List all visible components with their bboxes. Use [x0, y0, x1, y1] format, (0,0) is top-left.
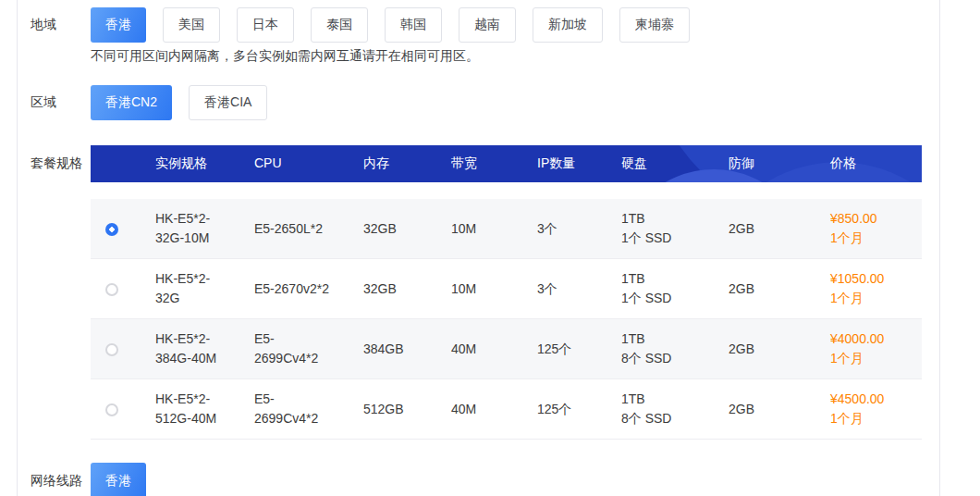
panel-border-right: [939, 0, 940, 496]
network-label: 网络线路: [31, 463, 90, 496]
plan-period: 1个月: [830, 229, 922, 248]
plan-spec-cell: HK-E5*2-32G-10M: [155, 209, 254, 248]
plan-bandwidth-cell: 10M: [451, 279, 537, 299]
plan-disk-cell: 1TB 8个 SSD: [621, 329, 729, 368]
plan-price-cell: ¥4000.00 1个月: [830, 329, 922, 368]
plan-cpu-cell: E5-2699Cv4*2: [254, 390, 363, 428]
header-col-ip: IP数量: [537, 155, 621, 172]
header-col-disk: 硬盘: [621, 155, 729, 172]
region-option-korea[interactable]: 韩国: [385, 7, 442, 43]
plan-defense-cell: 2GB: [729, 279, 830, 299]
header-col-defense: 防御: [729, 155, 830, 172]
plan-ip-cell: 125个: [537, 400, 621, 419]
zone-options: 香港CN2 香港CIA: [91, 85, 267, 120]
region-option-japan[interactable]: 日本: [237, 7, 294, 43]
plan-ip-cell: 3个: [537, 279, 621, 299]
plan-spec-cell: HK-E5*2-32G: [155, 269, 254, 308]
plan-period: 1个月: [830, 349, 922, 368]
plan-memory-cell: 512GB: [363, 400, 451, 419]
plan-radio[interactable]: [105, 223, 118, 236]
plan-defense-cell: 2GB: [729, 400, 830, 419]
plan-row[interactable]: HK-E5*2-32G E5-2670v2*2 32GB 10M 3个 1TB …: [91, 259, 922, 319]
header-col-memory: 内存: [363, 155, 451, 172]
plan-price-cell: ¥850.00 1个月: [830, 209, 922, 248]
header-col-spec: 实例规格: [155, 155, 254, 172]
plan-price: ¥1050.00: [830, 269, 922, 289]
plan-memory-cell: 32GB: [363, 219, 451, 239]
plan-table-body: HK-E5*2-32G-10M E5-2650L*2 32GB 10M 3个 1…: [91, 199, 922, 440]
plan-bandwidth-cell: 40M: [451, 400, 537, 419]
region-options: 香港 美国 日本 泰国 韩国 越南 新加坡 柬埔寨: [91, 7, 690, 43]
plan-spec-cell: HK-E5*2-512G-40M: [155, 390, 254, 428]
plan-radio[interactable]: [105, 403, 118, 416]
plan-memory-cell: 384GB: [363, 340, 451, 359]
plan-cpu-cell: E5-2670v2*2: [254, 279, 363, 299]
region-option-hongkong[interactable]: 香港: [91, 7, 146, 43]
region-option-cambodia[interactable]: 柬埔寨: [619, 7, 690, 43]
plan-price: ¥4500.00: [830, 390, 922, 409]
zone-option-hk-cia[interactable]: 香港CIA: [189, 85, 267, 120]
region-note: 不同可用区间内网隔离，多台实例如需内网互通请开在相同可用区。: [91, 48, 479, 65]
region-option-thailand[interactable]: 泰国: [311, 7, 368, 43]
plan-cpu-cell: E5-2699Cv4*2: [254, 329, 363, 368]
plan-spec-cell: HK-E5*2-384G-40M: [155, 329, 254, 368]
header-radio-spacer: [91, 155, 155, 172]
plan-price-cell: ¥1050.00 1个月: [830, 269, 922, 308]
plan-ip-cell: 125个: [537, 340, 621, 359]
plan-period: 1个月: [830, 289, 922, 308]
plan-defense-cell: 2GB: [729, 340, 830, 359]
plan-radio[interactable]: [105, 283, 118, 296]
header-col-bandwidth: 带宽: [451, 155, 537, 172]
header-col-price: 价格: [830, 155, 922, 172]
header-col-cpu: CPU: [254, 155, 363, 172]
plan-price: ¥4000.00: [830, 329, 922, 349]
panel-border-left: [17, 0, 18, 496]
zone-label: 区域: [31, 85, 90, 120]
plan-disk-cell: 1TB 1个 SSD: [621, 269, 729, 308]
plan-cpu-cell: E5-2650L*2: [254, 219, 363, 239]
plan-bandwidth-cell: 10M: [451, 219, 537, 239]
server-config-panel: 地域 香港 美国 日本 泰国 韩国 越南 新加坡 柬埔寨 不同可用区间内网隔离，…: [0, 0, 980, 496]
network-options: 香港: [91, 463, 146, 496]
zone-option-hk-cn2[interactable]: 香港CN2: [91, 85, 172, 120]
plan-row[interactable]: HK-E5*2-32G-10M E5-2650L*2 32GB 10M 3个 1…: [91, 199, 922, 259]
region-option-vietnam[interactable]: 越南: [459, 7, 516, 43]
plan-table-header: 实例规格 CPU 内存 带宽 IP数量 硬盘 防御 价格: [91, 145, 922, 182]
plan-bandwidth-cell: 40M: [451, 340, 537, 359]
network-option-hongkong[interactable]: 香港: [91, 463, 146, 496]
region-option-usa[interactable]: 美国: [163, 7, 220, 43]
region-option-singapore[interactable]: 新加坡: [533, 7, 603, 43]
plan-price-cell: ¥4500.00 1个月: [830, 390, 922, 428]
plan-price: ¥850.00: [830, 209, 922, 229]
plan-disk-cell: 1TB 1个 SSD: [621, 209, 729, 248]
plan-ip-cell: 3个: [537, 219, 621, 239]
plan-period: 1个月: [830, 409, 922, 428]
plan-row[interactable]: HK-E5*2-512G-40M E5-2699Cv4*2 512GB 40M …: [91, 379, 922, 440]
plan-radio[interactable]: [105, 343, 118, 356]
plan-table: 实例规格 CPU 内存 带宽 IP数量 硬盘 防御 价格 HK-E5*2-32G…: [91, 145, 922, 440]
plan-memory-cell: 32GB: [363, 279, 451, 299]
plans-label: 套餐规格: [31, 145, 90, 182]
plan-row[interactable]: HK-E5*2-384G-40M E5-2699Cv4*2 384GB 40M …: [91, 319, 922, 379]
plan-disk-cell: 1TB 8个 SSD: [621, 390, 729, 428]
region-label: 地域: [31, 7, 90, 43]
plan-defense-cell: 2GB: [729, 219, 830, 239]
